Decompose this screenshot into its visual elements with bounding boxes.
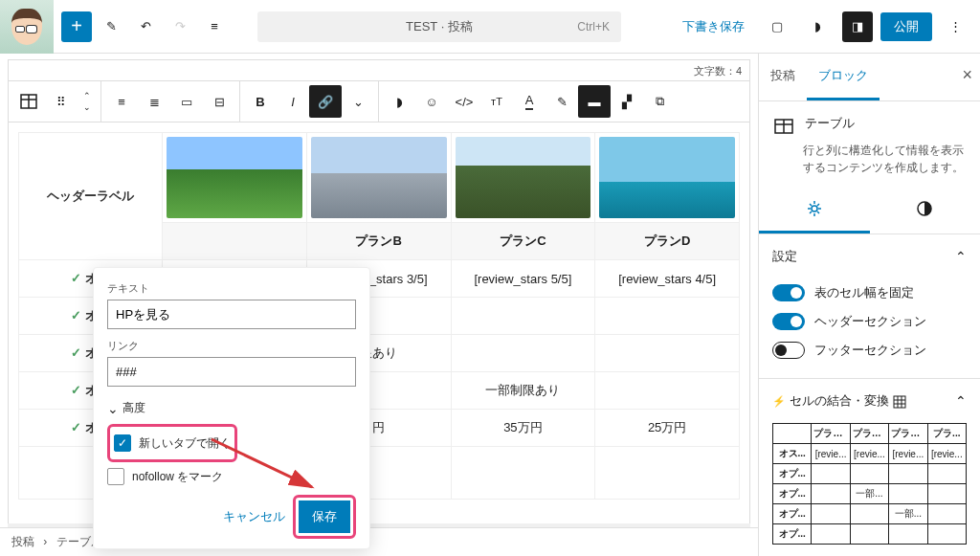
- move-up-icon[interactable]: ⌃: [78, 90, 97, 101]
- plan-b-image[interactable]: [306, 133, 451, 223]
- align-center-icon[interactable]: ≣: [138, 85, 170, 118]
- fixed-width-toggle[interactable]: [772, 284, 805, 301]
- plan-a-image[interactable]: [163, 133, 307, 223]
- checkbox-checked-icon[interactable]: ✓: [114, 434, 131, 452]
- mini-cell[interactable]: 一部...: [850, 484, 888, 504]
- tab-block[interactable]: ブロック: [807, 54, 880, 100]
- mini-cell[interactable]: オプ...: [773, 464, 812, 484]
- link-text-input[interactable]: [107, 300, 356, 329]
- settings-panel-toggle[interactable]: ◨: [842, 11, 873, 42]
- user-avatar[interactable]: [0, 0, 54, 54]
- mini-cell[interactable]: オプ...: [773, 484, 812, 504]
- mini-cell[interactable]: [850, 464, 888, 484]
- mini-cell[interactable]: [812, 504, 850, 524]
- column-icon[interactable]: ▭: [170, 85, 203, 118]
- drag-handle-icon[interactable]: ⠿: [45, 85, 78, 118]
- link-button[interactable]: 🔗: [309, 85, 342, 118]
- align-left-icon[interactable]: ≡: [105, 85, 138, 118]
- more-rich-text-icon[interactable]: ⌄: [342, 85, 374, 118]
- mini-cell[interactable]: オプ...: [773, 504, 812, 524]
- table-cell[interactable]: 25万円: [595, 410, 740, 447]
- mini-cell[interactable]: 一部...: [889, 504, 927, 524]
- table-cell[interactable]: [451, 298, 595, 335]
- table-cell[interactable]: [595, 298, 740, 335]
- emoji-icon[interactable]: ☺: [415, 85, 448, 118]
- mini-cell[interactable]: [revie...: [812, 444, 850, 464]
- mini-cell[interactable]: オプ...: [773, 524, 812, 545]
- mini-header-cell[interactable]: プランC: [889, 424, 927, 444]
- settings-section-header[interactable]: 設定 ⌃: [759, 234, 980, 278]
- document-outline-button[interactable]: ≡: [199, 11, 230, 42]
- checkbox-unchecked-icon[interactable]: [107, 468, 124, 485]
- mini-cell[interactable]: [927, 504, 966, 524]
- table-block-icon[interactable]: [12, 85, 45, 118]
- mini-header-cell[interactable]: プラ...: [927, 424, 966, 444]
- font-size-icon[interactable]: тT: [480, 85, 513, 118]
- mini-cell[interactable]: [812, 484, 850, 504]
- breadcrumb-item[interactable]: 投稿: [11, 535, 34, 548]
- link-url-input[interactable]: [107, 357, 356, 387]
- device-preview-icon[interactable]: ▢: [762, 11, 792, 42]
- new-tab-checkbox-row[interactable]: ✓ 新しいタブで開く: [114, 434, 231, 452]
- mini-preview-table[interactable]: プランAプランBプランCプラ... オス...[revie...[revie..…: [772, 423, 967, 545]
- plan-c-header[interactable]: プランC: [451, 223, 595, 260]
- nofollow-checkbox-row[interactable]: nofollow をマーク: [107, 468, 356, 485]
- table-cell[interactable]: [163, 223, 307, 260]
- italic-button[interactable]: I: [277, 85, 309, 118]
- plan-d-image[interactable]: [595, 133, 740, 223]
- publish-button[interactable]: 公開: [880, 12, 932, 41]
- advanced-toggle[interactable]: 高度: [107, 400, 356, 416]
- mini-cell[interactable]: [927, 524, 966, 545]
- swell-icon[interactable]: ◗: [383, 85, 415, 118]
- cancel-button[interactable]: キャンセル: [223, 508, 285, 525]
- table-cell[interactable]: 35万円: [451, 410, 595, 447]
- move-down-icon[interactable]: ⌄: [78, 101, 97, 113]
- mini-cell[interactable]: [812, 464, 850, 484]
- styles-subtab[interactable]: [870, 189, 981, 234]
- mini-cell[interactable]: [889, 464, 927, 484]
- save-button[interactable]: 保存: [299, 500, 350, 533]
- mini-cell[interactable]: オス...: [773, 444, 812, 464]
- tab-post[interactable]: 投稿: [759, 54, 807, 100]
- add-block-button[interactable]: +: [61, 11, 92, 42]
- image-icon[interactable]: ▞: [611, 85, 643, 118]
- save-draft-button[interactable]: 下書き保存: [673, 12, 754, 41]
- mini-cell[interactable]: [889, 484, 927, 504]
- edit-mode-icon[interactable]: ✎: [96, 11, 126, 42]
- background-icon[interactable]: ▬: [578, 85, 611, 118]
- table-cell[interactable]: [451, 447, 595, 500]
- jetpack-icon[interactable]: ◗: [802, 11, 833, 42]
- mini-cell[interactable]: [850, 524, 888, 545]
- table-cell[interactable]: [451, 335, 595, 372]
- mini-cell[interactable]: [889, 524, 927, 545]
- highlight-icon[interactable]: ✎: [546, 85, 578, 118]
- table-cell[interactable]: [595, 335, 740, 372]
- special-char-icon[interactable]: ⧉: [643, 85, 676, 118]
- mini-cell[interactable]: [revie...: [889, 444, 927, 464]
- text-color-icon[interactable]: A: [513, 85, 546, 118]
- document-title-bar[interactable]: TEST · 投稿 Ctrl+K: [257, 11, 621, 42]
- merge-section-header[interactable]: セルの結合・変換 ⌃: [759, 379, 980, 423]
- plan-c-image[interactable]: [451, 133, 595, 223]
- mini-header-cell[interactable]: プランA: [812, 424, 850, 444]
- row-icon[interactable]: ⊟: [203, 85, 235, 118]
- plan-d-header[interactable]: プランD: [595, 223, 740, 260]
- table-cell[interactable]: [review_stars 5/5]: [451, 260, 595, 298]
- table-cell[interactable]: [595, 447, 740, 500]
- table-cell[interactable]: 一部制限あり: [451, 372, 595, 410]
- footer-section-toggle[interactable]: [772, 342, 805, 359]
- header-label-cell[interactable]: ヘッダーラベル: [19, 133, 163, 260]
- undo-button[interactable]: ↶: [130, 11, 161, 42]
- mini-cell[interactable]: [revie...: [850, 444, 888, 464]
- mini-cell[interactable]: [revie...: [927, 444, 966, 464]
- more-options-icon[interactable]: ⋮: [940, 11, 970, 42]
- mini-cell[interactable]: [927, 484, 966, 504]
- mini-header-cell[interactable]: プランB: [850, 424, 888, 444]
- bold-button[interactable]: B: [244, 85, 277, 118]
- code-icon[interactable]: </>: [448, 85, 480, 118]
- table-cell[interactable]: [review_stars 4/5]: [595, 260, 740, 298]
- close-sidebar-icon[interactable]: ×: [962, 65, 972, 85]
- redo-button[interactable]: ↷: [165, 11, 195, 42]
- settings-subtab[interactable]: [759, 189, 870, 234]
- plan-b-header[interactable]: プランB: [306, 223, 451, 260]
